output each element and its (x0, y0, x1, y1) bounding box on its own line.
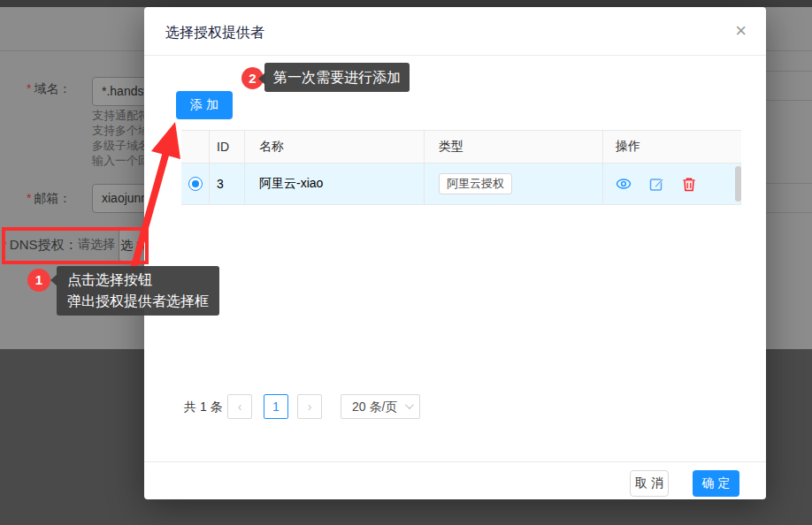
step-1-tooltip-line1: 点击选择按钮 (67, 270, 209, 291)
header-cell-select (181, 131, 210, 163)
background-table-line (766, 212, 812, 213)
row-type-cell: 阿里云授权 (425, 164, 603, 204)
domain-field-label: *域名： (27, 81, 71, 97)
background-table-line (766, 100, 812, 101)
pagination: 共 1 条 ‹ 1 › 20 条/页 (144, 394, 766, 419)
row-name-cell: 阿里云-xiao (245, 164, 425, 204)
row-id-cell: 3 (210, 164, 245, 204)
delete-icon[interactable] (682, 177, 696, 192)
header-cell-name: 名称 (245, 131, 425, 163)
cancel-button[interactable]: 取 消 (630, 470, 669, 497)
edit-icon[interactable] (649, 177, 664, 192)
select-provider-modal: 选择授权提供者 × 添 加 ID 名称 类型 操作 3 阿里云-xiao 阿里云… (144, 7, 766, 499)
pagination-page-1[interactable]: 1 (264, 394, 288, 419)
domain-input[interactable]: *.handsfree (92, 77, 150, 106)
header-cell-id: ID (210, 131, 245, 163)
table-header-row: ID 名称 类型 操作 (181, 131, 741, 164)
pagination-prev-button[interactable]: ‹ (227, 394, 252, 419)
step-1-tooltip-line2: 弹出授权提供者选择框 (67, 291, 209, 312)
background-table-line (766, 71, 812, 72)
pagination-total: 共 1 条 (184, 394, 223, 419)
modal-header: 选择授权提供者 × (144, 7, 766, 56)
table-scrollbar-thumb[interactable] (735, 166, 741, 202)
provider-table: ID 名称 类型 操作 3 阿里云-xiao 阿里云授权 (181, 130, 741, 205)
background-table-line (766, 183, 812, 184)
header-cell-type: 类型 (425, 131, 603, 163)
modal-title: 选择授权提供者 (165, 24, 264, 42)
view-icon[interactable] (616, 176, 632, 192)
step-1-tooltip: 点击选择按钮 弹出授权提供者选择框 (57, 266, 219, 316)
radio-selected[interactable] (188, 177, 203, 191)
required-asterisk: * (27, 81, 31, 95)
required-asterisk: * (27, 191, 31, 205)
row-select-cell (181, 164, 210, 204)
confirm-button[interactable]: 确 定 (693, 470, 739, 497)
pagination-next-button[interactable]: › (297, 394, 322, 419)
email-input[interactable]: xiaojunnuo (92, 184, 150, 213)
modal-footer: 取 消 确 定 (144, 461, 766, 499)
page-size-select[interactable]: 20 条/页 (341, 394, 420, 419)
background-top-navbar (0, 0, 812, 7)
step-2-tooltip: 第一次需要进行添加 (264, 63, 410, 92)
row-actions-cell (603, 164, 741, 204)
table-row[interactable]: 3 阿里云-xiao 阿里云授权 (181, 164, 741, 205)
header-cell-actions: 操作 (603, 131, 741, 163)
page-size-value: 20 条/页 (352, 399, 397, 414)
dns-row-highlight-box (2, 227, 149, 264)
add-button[interactable]: 添 加 (176, 91, 233, 119)
email-field-label: *邮箱： (27, 191, 71, 207)
step-1-badge: 1 (27, 269, 50, 292)
type-tag: 阿里云授权 (439, 173, 512, 194)
chevron-down-icon (405, 400, 414, 409)
close-icon[interactable]: × (735, 19, 747, 42)
